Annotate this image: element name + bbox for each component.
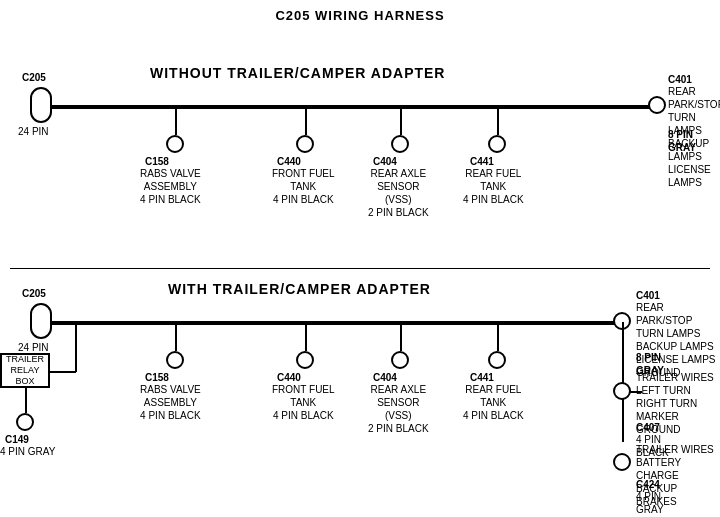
top-c441-desc: REAR FUELTANK4 PIN BLACK <box>463 167 524 206</box>
section-divider <box>10 268 710 269</box>
bottom-c424-connector <box>613 453 631 471</box>
bottom-main-line <box>52 321 622 325</box>
bottom-c149-sub: 4 PIN GRAY <box>0 445 55 458</box>
bottom-c441-tick <box>497 321 499 351</box>
bottom-section-label: WITH TRAILER/CAMPER ADAPTER <box>168 281 431 297</box>
top-c205-sub: 24 PIN <box>18 125 49 138</box>
bottom-c158-tick <box>175 321 177 351</box>
top-section-label: WITHOUT TRAILER/CAMPER ADAPTER <box>150 65 445 81</box>
bottom-c404-connector <box>391 351 409 369</box>
diagram-container: WITHOUT TRAILER/CAMPER ADAPTER C205 24 P… <box>0 23 720 517</box>
bottom-c441-desc: REAR FUELTANK4 PIN BLACK <box>463 383 524 422</box>
bottom-c440-desc: FRONT FUELTANK4 PIN BLACK <box>272 383 335 422</box>
bottom-c407-connector <box>613 382 631 400</box>
bottom-c205-connector <box>30 303 52 339</box>
top-main-line <box>52 105 662 109</box>
top-c205-id: C205 <box>22 71 46 84</box>
page-title: C205 WIRING HARNESS <box>0 0 720 23</box>
top-c158-tick <box>175 105 177 135</box>
top-c441-connector <box>488 135 506 153</box>
top-c440-tick <box>305 105 307 135</box>
bottom-c149-v-line <box>25 388 27 413</box>
bottom-c158-desc: RABS VALVEASSEMBLY4 PIN BLACK <box>140 383 201 422</box>
bottom-trailer-v-line <box>75 322 77 372</box>
top-c404-connector <box>391 135 409 153</box>
bottom-c424-sub: 4 PINGRAY <box>636 490 664 516</box>
top-c440-connector <box>296 135 314 153</box>
bottom-c158-connector <box>166 351 184 369</box>
top-c158-connector <box>166 135 184 153</box>
top-c401-sub: 8 PINGRAY <box>668 128 696 154</box>
top-c401-connector <box>648 96 666 114</box>
bottom-c404-tick <box>400 321 402 351</box>
bottom-c440-connector <box>296 351 314 369</box>
top-c404-desc: REAR AXLESENSOR(VSS)2 PIN BLACK <box>368 167 429 219</box>
top-c441-tick <box>497 105 499 135</box>
bottom-c149-connector <box>16 413 34 431</box>
top-c158-desc: RABS VALVEASSEMBLY4 PIN BLACK <box>140 167 201 206</box>
top-c205-connector <box>30 87 52 123</box>
top-c440-desc: FRONT FUELTANK4 PIN BLACK <box>272 167 335 206</box>
bottom-c205-id: C205 <box>22 287 46 300</box>
bottom-c404-desc: REAR AXLESENSOR(VSS)2 PIN BLACK <box>368 383 429 435</box>
top-c404-tick <box>400 105 402 135</box>
bottom-c441-connector <box>488 351 506 369</box>
trailer-relay-box: TRAILERRELAYBOX <box>0 353 50 388</box>
bottom-c440-tick <box>305 321 307 351</box>
